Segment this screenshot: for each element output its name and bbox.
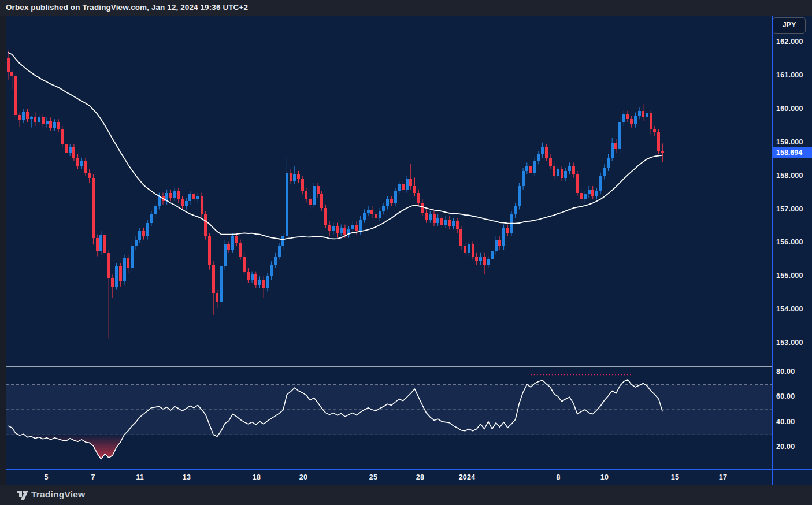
price-tick-label: 162.000 — [776, 38, 803, 46]
price-tick-label: 160.000 — [776, 105, 803, 113]
price-tick-label: 154.000 — [776, 305, 803, 313]
price-tick-label: 161.000 — [776, 71, 803, 79]
last-price-badge: 158.694 — [773, 147, 812, 158]
chart-canvas[interactable] — [0, 0, 812, 505]
time-tick-label: 8 — [556, 473, 560, 481]
price-tick-label: 155.000 — [776, 272, 803, 280]
tradingview-brand[interactable]: TradingView — [31, 489, 85, 500]
time-tick-label: 17 — [719, 473, 727, 481]
tradingview-published-chart: Orbex published on TradingView.com, Jan … — [0, 0, 812, 505]
time-tick-label: 15 — [671, 473, 679, 481]
price-tick-label: 159.000 — [776, 138, 803, 146]
time-tick-label: 25 — [369, 473, 377, 481]
rsi-tick-label: 60.00 — [776, 392, 795, 400]
tradingview-logo-icon[interactable] — [16, 490, 29, 500]
rsi-tick-label: 40.00 — [776, 418, 795, 426]
price-tick-label: 156.000 — [776, 238, 803, 246]
price-tick-label: 158.000 — [776, 172, 803, 180]
rsi-tick-label: 20.00 — [776, 443, 795, 451]
footer-bar: TradingView — [0, 485, 812, 505]
time-tick-label: 7 — [91, 473, 95, 481]
time-tick-label: 10 — [600, 473, 609, 481]
time-tick-label: 2024 — [459, 473, 476, 481]
time-tick-label: 28 — [416, 473, 424, 481]
currency-button[interactable]: JPY — [773, 17, 806, 34]
left-gutter — [0, 16, 6, 485]
time-tick-label: 5 — [44, 473, 48, 481]
time-tick-label: 11 — [136, 473, 144, 481]
rsi-tick-label: 80.00 — [776, 367, 795, 376]
last-price-value: 158.694 — [776, 148, 802, 157]
price-tick-label: 153.000 — [776, 339, 803, 347]
price-tick-label: 157.000 — [776, 205, 803, 213]
time-tick-label: 13 — [183, 473, 191, 481]
currency-label: JPY — [783, 21, 796, 29]
time-tick-label: 20 — [299, 473, 307, 481]
time-tick-label: 18 — [253, 473, 261, 481]
